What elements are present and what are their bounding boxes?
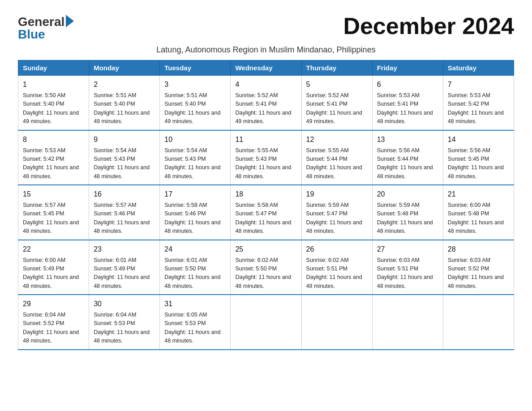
calendar-cell: 17Sunrise: 5:58 AMSunset: 5:46 PMDayligh… bbox=[160, 185, 231, 240]
day-info: Sunrise: 5:54 AMSunset: 5:43 PMDaylight:… bbox=[164, 146, 226, 181]
day-number: 23 bbox=[94, 244, 155, 255]
day-number: 17 bbox=[164, 189, 226, 200]
calendar-cell: 25Sunrise: 6:02 AMSunset: 5:50 PMDayligh… bbox=[231, 240, 301, 295]
day-info: Sunrise: 6:03 AMSunset: 5:51 PMDaylight:… bbox=[377, 256, 438, 291]
day-number: 9 bbox=[94, 134, 155, 145]
day-number: 3 bbox=[164, 79, 226, 90]
calendar-cell: 6Sunrise: 5:53 AMSunset: 5:41 PMDaylight… bbox=[372, 76, 443, 130]
calendar-cell: 18Sunrise: 5:58 AMSunset: 5:47 PMDayligh… bbox=[231, 185, 301, 240]
day-number: 28 bbox=[448, 244, 509, 255]
day-info: Sunrise: 6:02 AMSunset: 5:50 PMDaylight:… bbox=[235, 256, 296, 291]
day-number: 29 bbox=[23, 299, 84, 309]
day-info: Sunrise: 5:50 AMSunset: 5:40 PMDaylight:… bbox=[23, 91, 84, 126]
calendar-week-row: 1Sunrise: 5:50 AMSunset: 5:40 PMDaylight… bbox=[18, 76, 514, 130]
calendar-body: 1Sunrise: 5:50 AMSunset: 5:40 PMDaylight… bbox=[18, 76, 514, 350]
day-info: Sunrise: 5:55 AMSunset: 5:44 PMDaylight:… bbox=[306, 146, 368, 181]
calendar-cell bbox=[301, 295, 372, 350]
day-number: 4 bbox=[235, 79, 296, 90]
calendar-cell bbox=[443, 295, 514, 350]
calendar-header-tuesday: Tuesday bbox=[160, 60, 231, 76]
calendar-cell: 31Sunrise: 6:05 AMSunset: 5:53 PMDayligh… bbox=[160, 295, 231, 350]
day-info: Sunrise: 5:53 AMSunset: 5:42 PMDaylight:… bbox=[23, 146, 84, 181]
day-number: 18 bbox=[235, 189, 296, 200]
logo-general: General bbox=[18, 16, 64, 28]
day-info: Sunrise: 6:00 AMSunset: 5:48 PMDaylight:… bbox=[448, 201, 509, 236]
calendar-cell: 27Sunrise: 6:03 AMSunset: 5:51 PMDayligh… bbox=[372, 240, 443, 295]
calendar-cell: 9Sunrise: 5:54 AMSunset: 5:43 PMDaylight… bbox=[89, 130, 160, 185]
day-info: Sunrise: 5:55 AMSunset: 5:43 PMDaylight:… bbox=[235, 146, 296, 181]
calendar-week-row: 29Sunrise: 6:04 AMSunset: 5:52 PMDayligh… bbox=[18, 295, 514, 350]
day-number: 11 bbox=[235, 134, 296, 145]
day-number: 12 bbox=[306, 134, 368, 145]
day-info: Sunrise: 5:51 AMSunset: 5:40 PMDaylight:… bbox=[94, 91, 155, 126]
calendar-cell: 16Sunrise: 5:57 AMSunset: 5:46 PMDayligh… bbox=[89, 185, 160, 240]
calendar-header-wednesday: Wednesday bbox=[231, 60, 301, 76]
day-info: Sunrise: 6:05 AMSunset: 5:53 PMDaylight:… bbox=[164, 311, 226, 346]
day-number: 25 bbox=[235, 244, 296, 255]
calendar-cell: 5Sunrise: 5:52 AMSunset: 5:41 PMDaylight… bbox=[301, 76, 372, 130]
day-info: Sunrise: 5:56 AMSunset: 5:45 PMDaylight:… bbox=[448, 146, 509, 181]
calendar-week-row: 8Sunrise: 5:53 AMSunset: 5:42 PMDaylight… bbox=[18, 130, 514, 185]
calendar-cell: 2Sunrise: 5:51 AMSunset: 5:40 PMDaylight… bbox=[89, 76, 160, 130]
day-info: Sunrise: 5:57 AMSunset: 5:46 PMDaylight:… bbox=[94, 201, 155, 236]
day-info: Sunrise: 5:56 AMSunset: 5:44 PMDaylight:… bbox=[377, 146, 438, 181]
day-info: Sunrise: 6:04 AMSunset: 5:52 PMDaylight:… bbox=[23, 311, 84, 346]
day-info: Sunrise: 5:53 AMSunset: 5:42 PMDaylight:… bbox=[448, 91, 509, 126]
calendar-cell: 24Sunrise: 6:01 AMSunset: 5:50 PMDayligh… bbox=[160, 240, 231, 295]
day-number: 24 bbox=[164, 244, 226, 255]
calendar-cell: 13Sunrise: 5:56 AMSunset: 5:44 PMDayligh… bbox=[372, 130, 443, 185]
calendar-cell: 22Sunrise: 6:00 AMSunset: 5:49 PMDayligh… bbox=[18, 240, 89, 295]
day-info: Sunrise: 5:58 AMSunset: 5:47 PMDaylight:… bbox=[235, 201, 296, 236]
calendar-cell: 1Sunrise: 5:50 AMSunset: 5:40 PMDaylight… bbox=[18, 76, 89, 130]
day-info: Sunrise: 5:59 AMSunset: 5:47 PMDaylight:… bbox=[306, 201, 368, 236]
calendar-cell: 29Sunrise: 6:04 AMSunset: 5:52 PMDayligh… bbox=[18, 295, 89, 350]
day-number: 7 bbox=[448, 79, 509, 90]
day-number: 19 bbox=[306, 189, 368, 200]
calendar-header-thursday: Thursday bbox=[301, 60, 372, 76]
calendar-cell: 15Sunrise: 5:57 AMSunset: 5:45 PMDayligh… bbox=[18, 185, 89, 240]
calendar-cell: 23Sunrise: 6:01 AMSunset: 5:49 PMDayligh… bbox=[89, 240, 160, 295]
subtitle: Latung, Autonomous Region in Muslim Mind… bbox=[18, 45, 514, 55]
day-number: 27 bbox=[377, 244, 438, 255]
calendar-cell: 10Sunrise: 5:54 AMSunset: 5:43 PMDayligh… bbox=[160, 130, 231, 185]
day-number: 2 bbox=[94, 79, 155, 90]
logo-blue: Blue bbox=[18, 27, 45, 41]
day-info: Sunrise: 6:03 AMSunset: 5:52 PMDaylight:… bbox=[448, 256, 509, 291]
day-info: Sunrise: 6:02 AMSunset: 5:51 PMDaylight:… bbox=[306, 256, 368, 291]
logo: General Blue bbox=[18, 16, 74, 41]
day-number: 14 bbox=[448, 134, 509, 145]
calendar-cell: 26Sunrise: 6:02 AMSunset: 5:51 PMDayligh… bbox=[301, 240, 372, 295]
day-number: 26 bbox=[306, 244, 368, 255]
calendar-cell bbox=[231, 295, 301, 350]
day-number: 16 bbox=[94, 189, 155, 200]
day-info: Sunrise: 5:52 AMSunset: 5:41 PMDaylight:… bbox=[235, 91, 296, 126]
day-info: Sunrise: 5:54 AMSunset: 5:43 PMDaylight:… bbox=[94, 146, 155, 181]
calendar-cell bbox=[372, 295, 443, 350]
day-info: Sunrise: 6:01 AMSunset: 5:50 PMDaylight:… bbox=[164, 256, 226, 291]
month-title: December 2024 bbox=[343, 13, 514, 39]
day-number: 10 bbox=[164, 134, 226, 145]
calendar-week-row: 15Sunrise: 5:57 AMSunset: 5:45 PMDayligh… bbox=[18, 185, 514, 240]
day-info: Sunrise: 5:59 AMSunset: 5:48 PMDaylight:… bbox=[377, 201, 438, 236]
day-info: Sunrise: 5:51 AMSunset: 5:40 PMDaylight:… bbox=[164, 91, 226, 126]
day-number: 8 bbox=[23, 134, 84, 145]
day-info: Sunrise: 6:00 AMSunset: 5:49 PMDaylight:… bbox=[23, 256, 84, 291]
calendar-cell: 20Sunrise: 5:59 AMSunset: 5:48 PMDayligh… bbox=[372, 185, 443, 240]
day-number: 22 bbox=[23, 244, 84, 255]
day-number: 1 bbox=[23, 79, 84, 90]
calendar-cell: 8Sunrise: 5:53 AMSunset: 5:42 PMDaylight… bbox=[18, 130, 89, 185]
calendar-cell: 21Sunrise: 6:00 AMSunset: 5:48 PMDayligh… bbox=[443, 185, 514, 240]
calendar-cell: 7Sunrise: 5:53 AMSunset: 5:42 PMDaylight… bbox=[443, 76, 514, 130]
day-number: 21 bbox=[448, 189, 509, 200]
day-number: 5 bbox=[306, 79, 368, 90]
calendar-week-row: 22Sunrise: 6:00 AMSunset: 5:49 PMDayligh… bbox=[18, 240, 514, 295]
day-info: Sunrise: 6:01 AMSunset: 5:49 PMDaylight:… bbox=[94, 256, 155, 291]
day-info: Sunrise: 6:04 AMSunset: 5:53 PMDaylight:… bbox=[94, 311, 155, 346]
calendar-header-friday: Friday bbox=[372, 60, 443, 76]
calendar-cell: 3Sunrise: 5:51 AMSunset: 5:40 PMDaylight… bbox=[160, 76, 231, 130]
day-info: Sunrise: 5:57 AMSunset: 5:45 PMDaylight:… bbox=[23, 201, 84, 236]
calendar-header-row: SundayMondayTuesdayWednesdayThursdayFrid… bbox=[18, 60, 514, 76]
calendar-header-sunday: Sunday bbox=[18, 60, 89, 76]
calendar-header-saturday: Saturday bbox=[443, 60, 514, 76]
calendar: SundayMondayTuesdayWednesdayThursdayFrid… bbox=[18, 60, 514, 350]
